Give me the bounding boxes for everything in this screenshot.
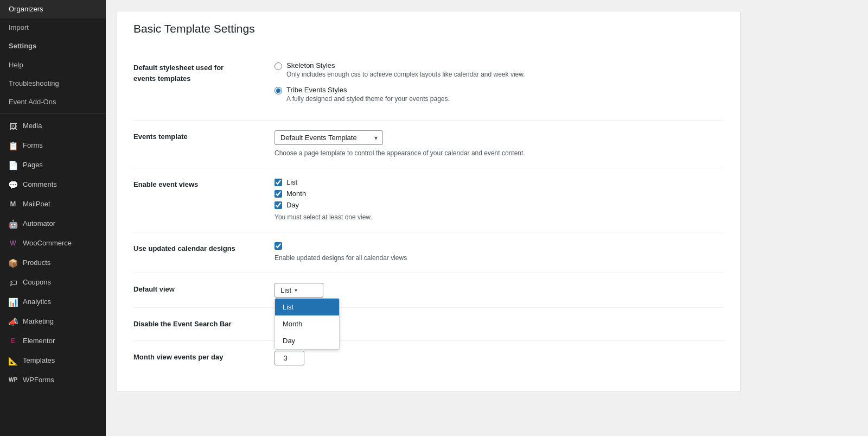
day-view-checkbox[interactable]: [275, 201, 282, 209]
default-view-caret: ▾: [295, 287, 297, 293]
month-events-control: [275, 351, 724, 365]
sidebar-item-wpforms[interactable]: WP WPForms: [0, 370, 106, 390]
marketing-icon: 📣: [8, 316, 18, 327]
enable-views-row: Enable event views List Month Day You mu…: [133, 168, 724, 232]
sidebar-sub-items: Organizers Import Settings Help Troubles…: [0, 0, 106, 111]
events-template-helper: Choose a page template to control the ap…: [275, 148, 578, 158]
list-view-option: List: [275, 178, 724, 186]
sidebar-item-import[interactable]: Import: [0, 18, 106, 37]
use-updated-row: Use updated calendar designs Enable upda…: [133, 232, 724, 273]
events-template-control: Default Events Template Choose a page te…: [275, 130, 724, 158]
skeleton-radio[interactable]: [275, 62, 282, 70]
stylesheet-label: Default stylesheet used for events templ…: [133, 61, 275, 84]
events-template-row: Events template Default Events Template …: [133, 121, 724, 168]
skeleton-option: Skeleton Styles Only includes enough css…: [275, 61, 724, 78]
sidebar-item-media[interactable]: 🖼 Media: [0, 116, 106, 136]
templates-icon: 📐: [8, 355, 18, 366]
sidebar-item-templates[interactable]: 📐 Templates: [0, 351, 106, 370]
woocommerce-icon: W: [8, 238, 18, 249]
main-content: Basic Template Settings Default styleshe…: [106, 0, 868, 436]
automator-icon: 🤖: [8, 218, 18, 229]
disable-search-row: Disable the Event Search Bar e the class…: [133, 308, 724, 341]
month-events-input[interactable]: [275, 351, 304, 365]
media-icon: 🖼: [8, 121, 18, 131]
default-view-wrap: List ▾ List Month Day: [275, 283, 323, 298]
sidebar-item-help[interactable]: Help: [0, 56, 106, 74]
sidebar-item-organizers[interactable]: Organizers: [0, 0, 106, 18]
dropdown-item-month[interactable]: Month: [275, 315, 339, 332]
default-view-row: Default view List ▾ List Month Day: [133, 273, 724, 308]
list-view-label: List: [286, 178, 297, 186]
default-view-label: Default view: [133, 283, 275, 295]
day-view-label: Day: [286, 201, 299, 209]
products-icon: 📦: [8, 257, 18, 268]
sidebar-item-event-add-ons[interactable]: Event Add-Ons: [0, 93, 106, 111]
sidebar-item-products[interactable]: 📦 Products: [0, 253, 106, 273]
events-template-label: Events template: [133, 130, 275, 142]
disable-search-control: e the classic header.: [275, 318, 724, 331]
elementor-icon: E: [8, 336, 18, 346]
default-view-button[interactable]: List ▾: [275, 283, 323, 298]
sidebar-item-woocommerce[interactable]: W WooCommerce: [0, 233, 106, 253]
use-updated-checkbox[interactable]: [275, 242, 282, 250]
sidebar-item-coupons[interactable]: 🏷 Coupons: [0, 273, 106, 292]
disable-search-label: Disable the Event Search Bar: [133, 318, 275, 330]
skeleton-desc: Only includes enough css to achieve comp…: [286, 71, 525, 78]
default-view-value: List: [280, 286, 291, 294]
month-view-option: Month: [275, 189, 724, 198]
month-events-row: Month view events per day: [133, 341, 724, 375]
stylesheet-row: Default stylesheet used for events templ…: [133, 52, 724, 121]
day-view-option: Day: [275, 201, 724, 209]
skeleton-label: Skeleton Styles: [286, 61, 525, 69]
comments-icon: 💬: [8, 179, 18, 190]
sidebar-item-settings[interactable]: Settings: [0, 37, 106, 55]
pages-icon: 📄: [8, 160, 18, 170]
settings-panel: Basic Template Settings Default styleshe…: [117, 11, 741, 392]
mailpoet-icon: M: [8, 199, 18, 210]
tribe-option: Tribe Events Styles A fully designed and…: [275, 86, 724, 103]
dropdown-item-day[interactable]: Day: [275, 332, 339, 349]
sidebar-item-analytics[interactable]: 📊 Analytics: [0, 292, 106, 312]
default-view-control: List ▾ List Month Day: [275, 283, 724, 298]
enable-views-control: List Month Day You must select at least …: [275, 178, 724, 222]
sidebar-item-comments[interactable]: 💬 Comments: [0, 175, 106, 194]
list-view-checkbox[interactable]: [275, 179, 282, 186]
analytics-icon: 📊: [8, 296, 18, 307]
month-view-label: Month: [286, 189, 306, 198]
page-title: Basic Template Settings: [133, 22, 724, 41]
use-updated-control: Enable updated designs for all calendar …: [275, 242, 724, 263]
sidebar: Organizers Import Settings Help Troubles…: [0, 0, 106, 436]
sidebar-item-mailpoet[interactable]: M MailPoet: [0, 194, 106, 214]
use-updated-label: Use updated calendar designs: [133, 242, 275, 254]
stylesheet-control: Skeleton Styles Only includes enough css…: [275, 61, 724, 110]
events-template-select[interactable]: Default Events Template: [275, 130, 383, 145]
use-updated-option: [275, 242, 724, 250]
sidebar-item-elementor[interactable]: E Elementor: [0, 331, 106, 351]
forms-icon: 📋: [8, 140, 18, 151]
sidebar-item-pages[interactable]: 📄 Pages: [0, 155, 106, 175]
enable-views-helper: You must select at least one view.: [275, 212, 578, 222]
month-events-label: Month view events per day: [133, 351, 275, 363]
wpforms-icon: WP: [8, 375, 18, 386]
tribe-desc: A fully designed and styled theme for yo…: [286, 95, 450, 103]
sidebar-item-forms[interactable]: 📋 Forms: [0, 136, 106, 155]
sidebar-item-marketing[interactable]: 📣 Marketing: [0, 312, 106, 331]
coupons-icon: 🏷: [8, 277, 18, 288]
sidebar-item-troubleshooting[interactable]: Troubleshooting: [0, 74, 106, 93]
tribe-radio[interactable]: [275, 87, 282, 94]
events-template-select-wrap: Default Events Template: [275, 130, 383, 145]
month-view-checkbox[interactable]: [275, 190, 282, 198]
default-view-dropdown: List Month Day: [275, 298, 340, 350]
enable-views-label: Enable event views: [133, 178, 275, 190]
use-updated-helper: Enable updated designs for all calendar …: [275, 253, 578, 263]
sidebar-item-automator[interactable]: 🤖 Automator: [0, 214, 106, 233]
dropdown-item-list[interactable]: List: [275, 299, 339, 315]
tribe-label: Tribe Events Styles: [286, 86, 450, 94]
